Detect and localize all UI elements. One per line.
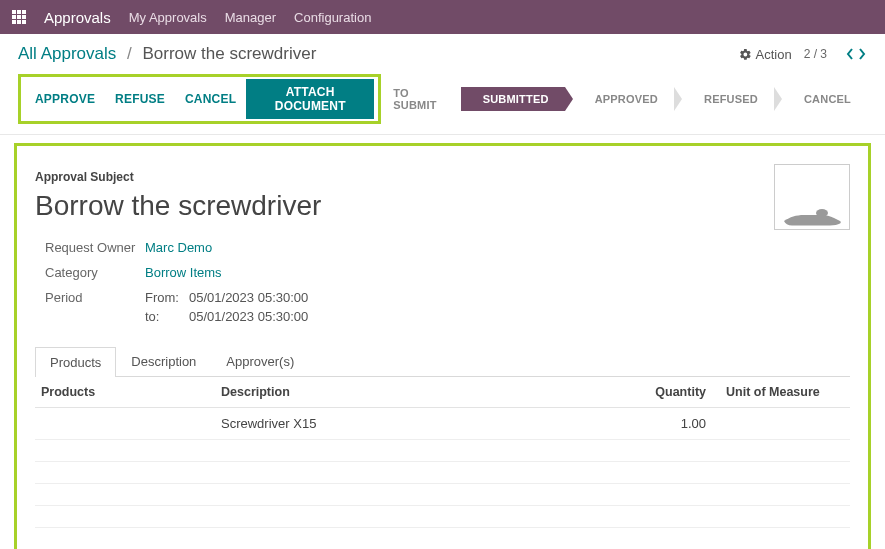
toolbar-row: APPROVE REFUSE CANCEL ATTACH DOCUMENT TO… [0, 70, 885, 135]
owner-label: Request Owner [45, 240, 145, 255]
cancel-button[interactable]: CANCEL [175, 79, 246, 119]
action-dropdown[interactable]: Action [739, 47, 792, 62]
owner-link[interactable]: Marc Demo [145, 240, 212, 255]
hand-icon [782, 199, 842, 229]
col-uom[interactable]: Unit of Measure [720, 377, 850, 408]
table-row[interactable] [35, 506, 850, 528]
approval-image-box[interactable] [774, 164, 850, 230]
period-to-value: 05/01/2023 05:30:00 [189, 309, 308, 324]
status-to-submit[interactable]: TO SUBMIT [381, 81, 452, 117]
period-from-value: 05/01/2023 05:30:00 [189, 290, 308, 305]
cell-qty: 1.00 [640, 408, 720, 440]
breadcrumb-current: Borrow the screwdriver [142, 44, 316, 63]
period-label: Period [45, 290, 145, 328]
nav-manager[interactable]: Manager [225, 10, 276, 25]
header-row: All Approvals / Borrow the screwdriver A… [0, 34, 885, 70]
cell-product [35, 408, 215, 440]
cell-desc: Screwdriver X15 [215, 408, 640, 440]
gear-icon [739, 48, 752, 61]
apps-grid-icon[interactable] [12, 10, 26, 24]
pager-prev-icon[interactable] [845, 48, 855, 60]
action-buttons-highlight: APPROVE REFUSE CANCEL ATTACH DOCUMENT [18, 74, 381, 124]
svg-point-0 [816, 209, 828, 217]
breadcrumb-sep: / [121, 44, 138, 63]
app-title: Approvals [44, 9, 111, 26]
topbar: Approvals My Approvals Manager Configura… [0, 0, 885, 34]
status-refused[interactable]: REFUSED [682, 87, 774, 111]
col-products[interactable]: Products [35, 377, 215, 408]
products-table: Products Description Quantity Unit of Me… [35, 377, 850, 528]
nav-configuration[interactable]: Configuration [294, 10, 371, 25]
action-label: Action [756, 47, 792, 62]
subject-title: Borrow the screwdriver [35, 190, 850, 222]
status-bar: TO SUBMIT SUBMITTED APPROVED REFUSED CAN… [381, 81, 867, 117]
table-row[interactable]: Screwdriver X15 1.00 [35, 408, 850, 440]
table-row[interactable] [35, 440, 850, 462]
pager-next-icon[interactable] [857, 48, 867, 60]
tab-approvers[interactable]: Approver(s) [211, 346, 309, 376]
period-from-label: From: [145, 290, 181, 305]
status-approved[interactable]: APPROVED [573, 87, 674, 111]
tab-description[interactable]: Description [116, 346, 211, 376]
status-cancel[interactable]: CANCEL [782, 87, 867, 111]
cell-uom [720, 408, 850, 440]
table-row[interactable] [35, 484, 850, 506]
breadcrumb-root[interactable]: All Approvals [18, 44, 116, 63]
form-sheet: Approval Subject Borrow the screwdriver … [14, 143, 871, 549]
category-link[interactable]: Borrow Items [145, 265, 222, 280]
status-submitted[interactable]: SUBMITTED [461, 87, 565, 111]
refuse-button[interactable]: REFUSE [105, 79, 175, 119]
category-label: Category [45, 265, 145, 280]
approve-button[interactable]: APPROVE [25, 79, 105, 119]
attach-document-button[interactable]: ATTACH DOCUMENT [246, 79, 374, 119]
tab-products[interactable]: Products [35, 347, 116, 377]
period-to-label: to: [145, 309, 181, 324]
breadcrumb: All Approvals / Borrow the screwdriver [18, 44, 316, 64]
subject-label: Approval Subject [35, 170, 850, 184]
col-quantity[interactable]: Quantity [640, 377, 720, 408]
tabs: Products Description Approver(s) [35, 346, 850, 377]
col-description[interactable]: Description [215, 377, 640, 408]
nav-my-approvals[interactable]: My Approvals [129, 10, 207, 25]
table-row[interactable] [35, 462, 850, 484]
pager-position: 2 / 3 [804, 47, 827, 61]
